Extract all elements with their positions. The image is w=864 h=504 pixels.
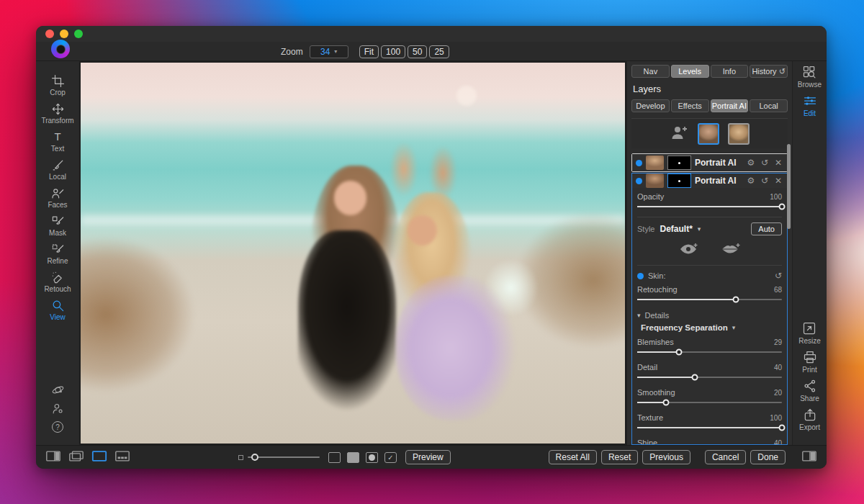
dual-display-button[interactable] (68, 450, 84, 465)
rail-print[interactable]: Print (802, 350, 817, 379)
tab-develop[interactable]: Develop (631, 99, 670, 112)
text-overlay-button[interactable] (347, 452, 359, 463)
opacity-slider-knob[interactable] (779, 204, 786, 210)
tab-levels[interactable]: Levels (671, 65, 709, 78)
style-chevron-down-icon[interactable]: ▾ (698, 225, 701, 233)
blemishes-slider[interactable] (637, 347, 782, 356)
layer2-reset-icon[interactable]: ↺ (760, 176, 770, 186)
opacity-slider[interactable] (637, 202, 782, 211)
preview-button[interactable]: Preview (405, 450, 451, 464)
style-label: Style (637, 225, 654, 233)
sidebar-toggle-button[interactable] (45, 450, 61, 465)
previous-button[interactable]: Previous (642, 450, 690, 464)
add-mouth-icon[interactable] (721, 242, 741, 255)
texture-slider-knob[interactable] (779, 425, 786, 431)
style-value[interactable]: Default* (660, 224, 692, 234)
retouching-slider[interactable] (637, 294, 782, 304)
layer1-visibility-dot[interactable] (636, 160, 642, 166)
zoom-50-button[interactable]: 50 (408, 45, 427, 58)
sync-button[interactable] (51, 380, 65, 399)
tab-portrait-ai[interactable]: Portrait AI (711, 99, 749, 112)
tool-refine[interactable]: Refine (36, 243, 79, 271)
zoom-25-button[interactable]: 25 (429, 45, 449, 58)
print-icon (803, 350, 817, 364)
panel-scrollbar[interactable] (787, 144, 791, 229)
minimize-window-button[interactable] (60, 30, 68, 38)
tool-local[interactable]: Local (36, 158, 79, 186)
layer1-mask-thumbnail[interactable] (667, 156, 691, 170)
auto-button[interactable]: Auto (751, 222, 782, 235)
tool-text[interactable]: T Text (36, 130, 79, 158)
mask-view-button[interactable] (328, 452, 341, 463)
layer1-delete-icon[interactable]: ✕ (773, 158, 783, 168)
rail-export[interactable]: Export (799, 408, 820, 436)
retouching-slider-knob[interactable] (732, 297, 739, 303)
skin-header[interactable]: Skin: ↺ (632, 266, 787, 281)
shine-control: Shine 40 (632, 434, 787, 445)
detail-slider-knob[interactable] (692, 374, 698, 381)
layer-row-2[interactable]: Portrait AI ⚙ ↺ ✕ (632, 174, 787, 188)
done-button[interactable]: Done (750, 450, 786, 464)
rail-resize[interactable]: Resize (798, 321, 821, 350)
add-face-button[interactable] (670, 125, 689, 143)
texture-slider[interactable] (637, 423, 782, 432)
layer-row-1[interactable]: Portrait AI ⚙ ↺ ✕ (632, 154, 787, 171)
filmstrip-view-button[interactable] (114, 450, 130, 465)
cancel-button[interactable]: Cancel (705, 450, 746, 464)
texture-label: Texture (637, 413, 663, 422)
detail-slider[interactable] (637, 372, 782, 382)
local-brush-icon (51, 158, 65, 172)
zoom-value-dropdown[interactable]: 34 ▾ (310, 45, 348, 58)
tab-history[interactable]: History ↺ (750, 65, 788, 78)
layer2-delete-icon[interactable]: ✕ (773, 176, 783, 186)
rail-share[interactable]: Share (800, 379, 819, 408)
tool-mask[interactable]: Mask (36, 215, 79, 243)
layer1-settings-gear-icon[interactable]: ⚙ (746, 158, 756, 168)
rail-edit[interactable]: Edit (803, 94, 817, 122)
details-header[interactable]: ▾ Details (632, 306, 787, 320)
single-view-button[interactable] (91, 450, 107, 465)
preview-zoom-slider-knob[interactable] (251, 454, 258, 461)
zoom-window-button[interactable] (74, 30, 83, 38)
tab-local[interactable]: Local (750, 99, 788, 112)
panel-toggle-button[interactable] (801, 450, 817, 465)
tab-nav[interactable]: Nav (631, 65, 670, 78)
smoothing-slider-knob[interactable] (663, 400, 670, 406)
face-thumbnail-1[interactable] (698, 123, 719, 145)
rail-browse[interactable]: Browse (798, 65, 822, 94)
skin-enabled-dot[interactable] (637, 273, 644, 279)
tool-crop[interactable]: Crop (36, 74, 79, 102)
mask-overlay-button[interactable] (366, 452, 378, 463)
frequency-separation-dropdown[interactable]: Frequency Separation ▾ (632, 320, 787, 333)
add-eye-icon[interactable] (679, 242, 699, 255)
zoom-100-button[interactable]: 100 (381, 45, 405, 58)
layer2-visibility-dot[interactable] (636, 178, 642, 184)
bottom-bar: ✓ Preview Reset All Reset Previous Cance… (36, 445, 827, 469)
tool-faces[interactable]: Faces (36, 186, 79, 215)
editor-canvas[interactable] (79, 61, 626, 445)
blemishes-slider-knob[interactable] (676, 349, 683, 356)
smoothing-slider[interactable] (637, 397, 782, 407)
blemishes-label: Blemishes (637, 338, 674, 346)
layer2-settings-gear-icon[interactable]: ⚙ (746, 176, 756, 186)
tab-info[interactable]: Info (711, 65, 749, 78)
close-window-button[interactable] (45, 30, 54, 38)
layer2-mask-thumbnail[interactable] (667, 174, 691, 188)
face-thumbnail-2[interactable] (728, 123, 750, 145)
layers-heading: Layers (631, 78, 788, 99)
preview-zoom-slider[interactable] (248, 453, 320, 462)
zoom-fit-button[interactable]: Fit (359, 45, 379, 58)
retouching-value: 68 (774, 286, 782, 294)
tab-effects[interactable]: Effects (671, 99, 709, 112)
reset-all-button[interactable]: Reset All (549, 450, 597, 464)
tool-retouch[interactable]: Retouch (36, 271, 79, 299)
soft-proof-button[interactable]: ✓ (384, 452, 397, 463)
layer1-reset-icon[interactable]: ↺ (760, 158, 770, 168)
help-button[interactable]: ? (52, 418, 63, 436)
tool-transform[interactable]: Transform (36, 102, 79, 130)
reset-button[interactable]: Reset (601, 450, 638, 464)
skin-reset-icon[interactable]: ↺ (775, 271, 782, 281)
account-button[interactable] (51, 399, 65, 418)
tool-view[interactable]: View (36, 299, 79, 327)
smoothing-label: Smoothing (637, 388, 675, 397)
